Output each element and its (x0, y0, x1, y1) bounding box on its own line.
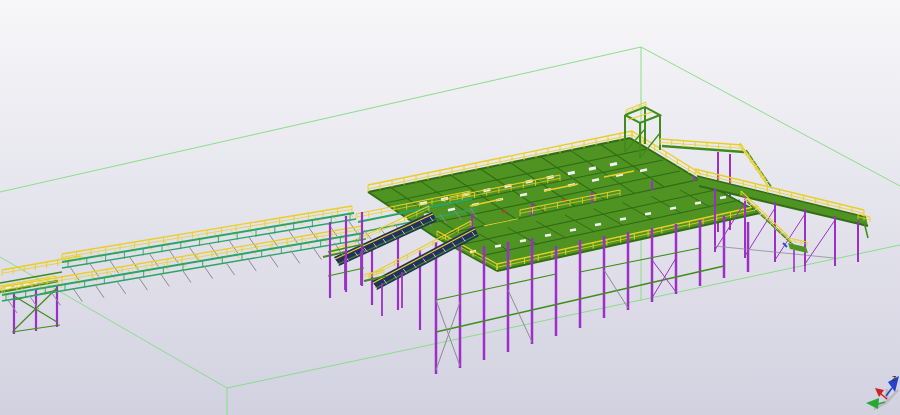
model-viewport[interactable]: Z (0, 0, 900, 415)
ucs-z-axis-label: Z (892, 375, 897, 382)
model-viewport-canvas[interactable]: Z (0, 0, 900, 415)
